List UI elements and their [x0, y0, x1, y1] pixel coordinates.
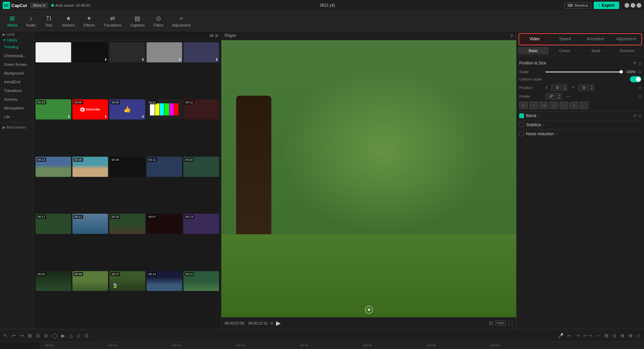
- blend-info-icon[interactable]: ›: [538, 114, 539, 118]
- trim-right-tool[interactable]: ⊣: [575, 332, 581, 339]
- align-hcenter-btn[interactable]: ↔: [559, 102, 568, 109]
- plus2-tool[interactable]: ⊕: [628, 332, 634, 339]
- speech-tool[interactable]: ⊙: [611, 332, 618, 339]
- fullscreen-preview-icon[interactable]: ⊡: [489, 320, 493, 326]
- diamond-icon[interactable]: ◇: [638, 61, 641, 65]
- delete-tool[interactable]: ⊡: [35, 332, 41, 339]
- noise-reduction-checkbox[interactable]: [519, 132, 524, 136]
- thumb-like[interactable]: 00:06 👍 ⬇: [109, 99, 145, 119]
- thumb-checker[interactable]: ⬇: [109, 42, 145, 62]
- circle-tool[interactable]: ◯: [51, 332, 58, 339]
- tool-effects[interactable]: ✦ Effects: [79, 13, 99, 29]
- sidebar-item-greenscreen[interactable]: Green Screen: [1, 60, 32, 68]
- spinbox-up-y[interactable]: ▲: [590, 85, 594, 88]
- position-x-input[interactable]: [551, 85, 563, 90]
- thumb-watering[interactable]: 00:10: [183, 271, 219, 291]
- sidebar-item-introend[interactable]: Intro&End: [1, 78, 32, 86]
- split-tool[interactable]: ⊠: [27, 332, 33, 339]
- maximize-button[interactable]: [631, 3, 635, 8]
- fullscreen-icon[interactable]: ⛶: [508, 320, 513, 326]
- close-button[interactable]: [637, 3, 641, 8]
- tool-filters[interactable]: ⊙ Filters: [149, 13, 167, 29]
- player-menu-icon[interactable]: ≡: [511, 33, 513, 38]
- shortcut-button[interactable]: ⌨ Shortcut: [565, 2, 591, 9]
- caption-tool[interactable]: ⊞: [603, 332, 609, 339]
- menu-button[interactable]: Menu ▾: [30, 3, 48, 8]
- sidebar-item-scenery[interactable]: Scenery: [1, 95, 32, 103]
- thumb-dance[interactable]: 00:11: [147, 157, 182, 177]
- tab-video[interactable]: Video: [519, 34, 550, 45]
- blend-row[interactable]: ✓ Blend › ↺ ◇: [519, 113, 641, 118]
- uniform-scale-toggle[interactable]: [630, 76, 641, 82]
- position-x-spinbox[interactable]: ▲ ▼: [551, 84, 567, 91]
- noise-reduction-row[interactable]: Noise reduction ›: [519, 132, 641, 136]
- thumb-kids[interactable]: 00:20: [183, 157, 219, 177]
- tab-animation[interactable]: Animation: [580, 34, 611, 45]
- download-icon[interactable]: ⬇: [67, 115, 70, 118]
- download-icon[interactable]: ⬇: [104, 58, 107, 61]
- thumb-gray[interactable]: ⬇: [147, 42, 182, 62]
- thumb-city[interactable]: 00:14: [36, 157, 71, 177]
- align-vcenter-btn[interactable]: ↕: [549, 102, 558, 109]
- cursor-tool[interactable]: ↖: [3, 332, 9, 339]
- thumb-dark[interactable]: ⬇: [183, 42, 219, 62]
- thumb-black[interactable]: ⬇: [72, 42, 108, 62]
- align-more-btn[interactable]: ···: [580, 102, 588, 109]
- tool-stickers[interactable]: ★ Stickers: [58, 13, 79, 29]
- align-right-btn[interactable]: ⇥: [539, 102, 548, 109]
- tab-adjustment[interactable]: Adjustment: [611, 34, 641, 45]
- keyframe-tool[interactable]: ◇: [636, 332, 641, 339]
- subtab-basic[interactable]: Basic: [518, 47, 549, 54]
- download-icon[interactable]: ⬇: [67, 58, 70, 61]
- diamond-tool[interactable]: ◇: [76, 332, 82, 339]
- thumb-ocean[interactable]: 00:11: [72, 214, 108, 234]
- download-icon[interactable]: ⬇: [104, 115, 107, 118]
- spinbox-up-x[interactable]: ▲: [563, 85, 567, 88]
- thumb-gift[interactable]: 00:11: [183, 99, 219, 119]
- blend-reset-icon[interactable]: ↺: [633, 113, 636, 118]
- spinbox-down-y[interactable]: ▼: [590, 88, 594, 91]
- align-top-btn[interactable]: ↑: [529, 102, 538, 109]
- sidebar-section-local[interactable]: ▶ Local: [0, 31, 33, 37]
- thumb-animal[interactable]: 00:44: [72, 271, 108, 291]
- thumb-fun[interactable]: 00:13: [183, 214, 219, 234]
- tool-captions[interactable]: ▤ Captions: [126, 13, 149, 29]
- sidebar-item-transitions[interactable]: Transitions: [1, 87, 32, 95]
- thumb-subscribe[interactable]: 00:05 ▶Subscribe ⬇: [72, 99, 108, 119]
- timeline-icon[interactable]: ⊟: [270, 321, 273, 326]
- plus-tool[interactable]: ⊕: [620, 332, 626, 339]
- sidebar-section-brandassets[interactable]: ▶ Brand assets: [0, 124, 33, 130]
- blend-diamond-icon[interactable]: ◇: [638, 113, 641, 118]
- tool-text[interactable]: TI Text: [40, 14, 57, 29]
- minimize-button[interactable]: [625, 3, 629, 8]
- scale-diamond-icon[interactable]: ◇: [638, 69, 641, 74]
- stabilize-info-icon[interactable]: ›: [543, 123, 544, 127]
- spinbox-down-x[interactable]: ▼: [563, 88, 567, 91]
- thumb-darkforest[interactable]: 00:32: [36, 271, 71, 291]
- subtab-cutout[interactable]: Cutout: [549, 47, 580, 54]
- subtab-enhance[interactable]: Enhance: [612, 47, 643, 54]
- undo-tool[interactable]: ↩: [11, 332, 17, 339]
- thumb-greenscreen[interactable]: 00:10 ⬇: [36, 99, 71, 119]
- thumb-forest[interactable]: 00:17: [36, 214, 71, 234]
- redo-tool[interactable]: ↪: [19, 332, 25, 339]
- thumb-beach[interactable]: 00:35: [72, 157, 108, 177]
- download-icon[interactable]: ⬇: [142, 58, 144, 61]
- triangle-tool[interactable]: △: [68, 332, 74, 339]
- thumb-testpattern[interactable]: 00:01: [147, 99, 182, 119]
- scale-slider[interactable]: [545, 71, 621, 72]
- blend-checkbox[interactable]: ✓: [519, 113, 524, 118]
- align-left-btn[interactable]: ⇤: [519, 102, 528, 109]
- sidebar-item-life[interactable]: Life: [1, 113, 32, 121]
- rotate-spinbox[interactable]: ▲ ▼: [545, 93, 561, 100]
- subtab-mask[interactable]: Mask: [581, 47, 611, 54]
- thumb-fallleaves[interactable]: 00:27 🍃: [109, 271, 145, 291]
- ratio-button[interactable]: Ratio: [495, 320, 506, 326]
- align-bottom-btn[interactable]: ⇩: [570, 102, 578, 109]
- rotate-input[interactable]: [546, 94, 557, 99]
- position-diamond-icon[interactable]: ◇: [638, 85, 641, 90]
- download-icon[interactable]: ⬇: [178, 58, 181, 61]
- thumb-firework[interactable]: 00:28: [109, 157, 145, 177]
- play-button[interactable]: ▶: [276, 319, 281, 327]
- download-icon[interactable]: ⬇: [215, 58, 218, 61]
